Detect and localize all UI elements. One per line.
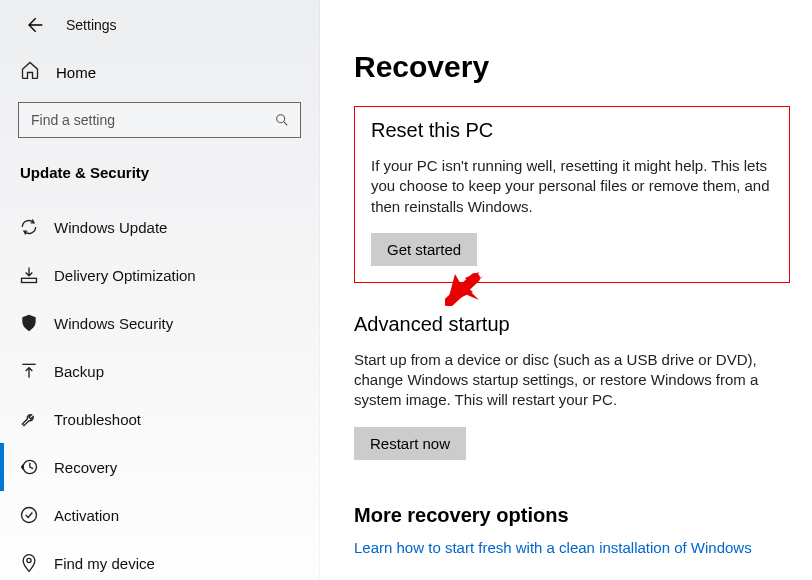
- svg-marker-6: [447, 274, 483, 304]
- backup-icon: [18, 360, 40, 382]
- wrench-icon: [18, 408, 40, 430]
- back-button[interactable]: [14, 5, 54, 45]
- back-arrow-icon: [24, 15, 44, 35]
- sidebar-item-troubleshoot[interactable]: Troubleshoot: [0, 395, 319, 443]
- settings-app: Settings Home Update & Security Windows …: [0, 0, 812, 580]
- search-icon: [274, 112, 290, 128]
- nav-label: Troubleshoot: [54, 411, 141, 428]
- sidebar-section-head: Update & Security: [0, 138, 319, 197]
- sidebar-item-windows-update[interactable]: Windows Update: [0, 203, 319, 251]
- nav-label: Find my device: [54, 555, 155, 572]
- nav-label: Activation: [54, 507, 119, 524]
- svg-marker-7: [451, 280, 473, 302]
- reset-description: If your PC isn't running well, resetting…: [371, 156, 773, 217]
- get-started-button[interactable]: Get started: [371, 233, 477, 266]
- fresh-install-link[interactable]: Learn how to start fresh with a clean in…: [354, 539, 752, 556]
- sidebar-nav: Windows Update Delivery Optimization Win…: [0, 203, 319, 580]
- sidebar-item-activation[interactable]: Activation: [0, 491, 319, 539]
- search-box[interactable]: [18, 102, 301, 138]
- sidebar-item-delivery-optimization[interactable]: Delivery Optimization: [0, 251, 319, 299]
- sidebar: Settings Home Update & Security Windows …: [0, 0, 320, 580]
- sidebar-item-backup[interactable]: Backup: [0, 347, 319, 395]
- sidebar-item-windows-security[interactable]: Windows Security: [0, 299, 319, 347]
- main-content: Recovery Reset this PC If your PC isn't …: [320, 0, 812, 580]
- sidebar-home[interactable]: Home: [0, 52, 319, 92]
- activation-icon: [18, 504, 40, 526]
- home-label: Home: [56, 64, 96, 81]
- reset-heading: Reset this PC: [371, 119, 773, 142]
- svg-point-5: [27, 558, 31, 562]
- home-icon: [20, 60, 40, 84]
- nav-label: Delivery Optimization: [54, 267, 196, 284]
- svg-rect-2: [22, 278, 37, 282]
- nav-label: Backup: [54, 363, 104, 380]
- search-input[interactable]: [29, 111, 274, 129]
- nav-label: Windows Security: [54, 315, 173, 332]
- nav-label: Recovery: [54, 459, 117, 476]
- advanced-description: Start up from a device or disc (such as …: [354, 350, 774, 411]
- titlebar: Settings: [0, 0, 319, 50]
- download-icon: [18, 264, 40, 286]
- more-heading: More recovery options: [354, 504, 786, 527]
- more-recovery-section: More recovery options Learn how to start…: [354, 504, 790, 577]
- svg-line-1: [284, 122, 287, 125]
- app-title: Settings: [66, 17, 117, 33]
- restart-now-button[interactable]: Restart now: [354, 427, 466, 460]
- advanced-heading: Advanced startup: [354, 313, 786, 336]
- svg-point-0: [277, 115, 285, 123]
- reset-this-pc-section: Reset this PC If your PC isn't running w…: [354, 106, 790, 283]
- advanced-startup-section: Advanced startup Start up from a device …: [354, 313, 790, 480]
- annotation-arrow-icon: [445, 266, 485, 306]
- recovery-icon: [18, 456, 40, 478]
- sync-icon: [18, 216, 40, 238]
- nav-label: Windows Update: [54, 219, 167, 236]
- sidebar-item-recovery[interactable]: Recovery: [0, 443, 319, 491]
- location-icon: [18, 552, 40, 574]
- sidebar-item-find-my-device[interactable]: Find my device: [0, 539, 319, 580]
- shield-icon: [18, 312, 40, 334]
- svg-marker-8: [465, 272, 479, 286]
- svg-point-4: [22, 508, 37, 523]
- page-title: Recovery: [354, 50, 790, 84]
